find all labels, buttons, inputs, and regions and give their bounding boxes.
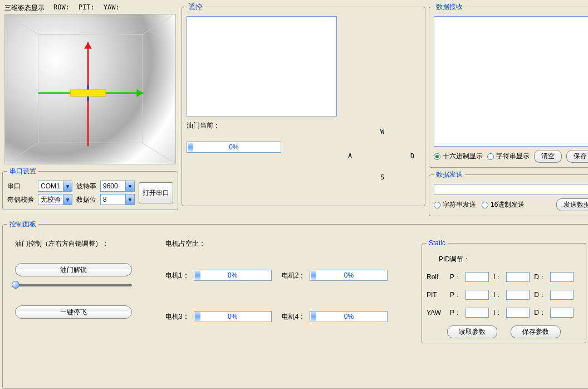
pid-legend: Static [427, 239, 448, 247]
throttle-slider[interactable] [15, 284, 132, 286]
remote-panel: 遥控 油门当前： 0% W A D S [182, 2, 425, 206]
key-s: S [380, 173, 384, 181]
serial-parity-select[interactable]: 无校验▼ [38, 194, 72, 205]
motor2-label: 电机2： [282, 271, 306, 280]
roll-p-input[interactable] [465, 272, 489, 282]
motor3-progress: 0% [194, 311, 272, 322]
key-a: A [348, 152, 352, 160]
chevron-down-icon: ▼ [63, 181, 72, 191]
chevron-down-icon: ▼ [63, 194, 72, 205]
attitude-title: 三维姿态显示 [4, 3, 45, 13]
attitude-yaw-label: YAW: [104, 3, 120, 13]
control-legend: 控制面板 [7, 220, 38, 229]
svg-marker-3 [84, 42, 92, 49]
send-input[interactable] [434, 184, 588, 195]
recv-textarea[interactable] [434, 16, 588, 147]
motor1-label: 电机1： [165, 271, 189, 280]
motor4-progress: 0% [310, 311, 388, 322]
motor2-progress: 0% [310, 270, 388, 281]
attitude-3d-view [4, 14, 176, 164]
pit-d-input[interactable] [550, 290, 574, 300]
remote-legend: 遥控 [187, 2, 204, 12]
recv-legend: 数据接收 [434, 2, 465, 12]
serial-baud-label: 波特率 [76, 182, 97, 191]
attitude-pit-label: PIT: [79, 3, 95, 13]
pid-roll-label: Roll [427, 273, 445, 281]
pid-panel: Static PID调节： Roll P： I： D： PIT P： I： D：… [422, 239, 586, 343]
send-hex-radio[interactable]: 16进制发送 [482, 200, 525, 210]
motor1-progress: 0% [194, 270, 272, 281]
attitude-row-label: ROW: [53, 3, 70, 13]
serial-legend: 串口设置 [7, 167, 38, 176]
open-port-button[interactable]: 打开串口 [139, 182, 173, 203]
pid-yaw-label: YAW [427, 309, 445, 317]
duty-label: 电机占空比： [165, 239, 399, 249]
pit-p-input[interactable] [465, 290, 489, 300]
control-panel: 控制面板 油门控制（左右方向键调整）： 油门解锁 一键停飞 电机占空比： 电机1… [2, 220, 588, 389]
pid-read-button[interactable]: 读取参数 [447, 325, 497, 338]
send-button[interactable]: 发送数据 [556, 198, 588, 211]
attitude-panel: 三维姿态显示 ROW: PIT: YAW: [2, 2, 178, 164]
serial-databits-label: 数据位 [76, 195, 97, 205]
send-str-radio[interactable]: 字符串发送 [434, 200, 476, 210]
throttle-current-label: 油门当前： [187, 121, 337, 130]
pid-pit-label: PIT [427, 291, 445, 299]
recv-clear-button[interactable]: 清空 [534, 150, 562, 163]
stop-fly-button[interactable]: 一键停飞 [15, 305, 132, 319]
data-send-panel: 数据发送 字符串发送 16进制发送 发送数据 [429, 170, 588, 216]
pit-i-input[interactable] [506, 290, 530, 300]
throttle-hint: 油门控制（左右方向键调整）： [15, 239, 143, 249]
svg-rect-5 [70, 90, 106, 96]
yaw-p-input[interactable] [465, 308, 489, 318]
remote-textarea[interactable] [187, 16, 337, 116]
serial-parity-label: 奇偶校验 [7, 195, 35, 205]
send-legend: 数据发送 [434, 170, 465, 179]
chevron-down-icon: ▼ [125, 194, 134, 205]
pid-save-button[interactable]: 保存参数 [511, 325, 561, 338]
throttle-unlock-button[interactable]: 油门解锁 [15, 263, 132, 276]
recv-hex-radio[interactable]: 十六进制显示 [434, 152, 483, 161]
wasd-keys: W A D S [348, 128, 420, 183]
yaw-d-input[interactable] [550, 308, 574, 318]
pid-title: PID调节： [439, 255, 581, 264]
roll-i-input[interactable] [506, 272, 530, 282]
serial-port-select[interactable]: COM1▼ [38, 181, 72, 192]
motor3-label: 电机3： [165, 312, 189, 322]
recv-save-button[interactable]: 保存 [566, 150, 588, 163]
attitude-header: 三维姿态显示 ROW: PIT: YAW: [2, 2, 178, 14]
recv-str-radio[interactable]: 字符串显示 [487, 152, 530, 161]
chevron-down-icon: ▼ [125, 181, 134, 191]
serial-settings-panel: 串口设置 串口 COM1▼ 波特率 9600▼ 奇偶校验 无校验▼ 数据位 [2, 167, 178, 210]
roll-d-input[interactable] [550, 272, 574, 282]
data-receive-panel: 数据接收 十六进制显示 字符串显示 清空 保存 [429, 2, 588, 168]
key-w: W [380, 128, 384, 135]
serial-port-label: 串口 [7, 182, 35, 191]
throttle-pct: 0% [187, 142, 281, 152]
motor4-label: 电机4： [282, 312, 306, 322]
slider-thumb[interactable] [12, 281, 19, 289]
serial-baud-select[interactable]: 9600▼ [100, 181, 135, 192]
throttle-progress: 0% [187, 142, 281, 153]
serial-databits-select[interactable]: 8▼ [100, 194, 135, 205]
key-d: D [410, 152, 414, 160]
yaw-i-input[interactable] [506, 308, 530, 318]
